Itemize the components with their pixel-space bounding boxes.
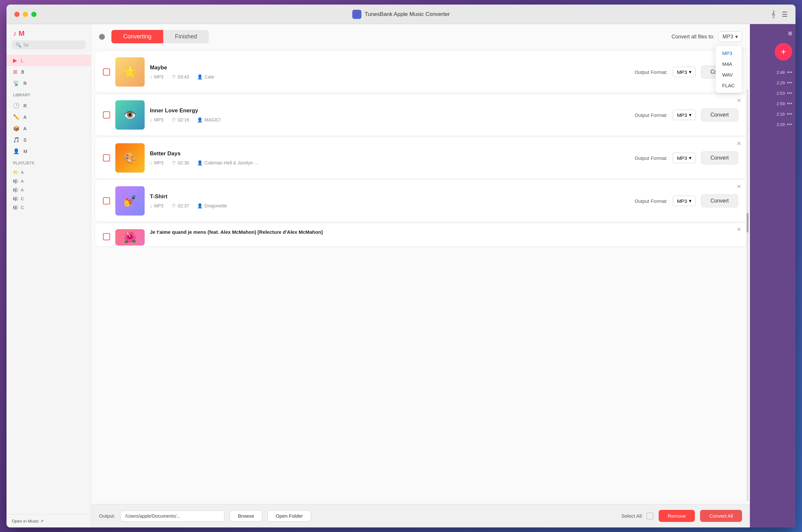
song-format-select-2[interactable]: MP3 ▾ bbox=[673, 110, 696, 120]
open-folder-button[interactable]: Open Folder bbox=[267, 510, 311, 521]
right-track-menu-4[interactable]: ••• bbox=[787, 101, 792, 107]
playlist-label-1: A bbox=[21, 170, 24, 175]
song-format-4: ♩ MP3 bbox=[150, 203, 164, 208]
right-track-4: 2:59 ••• bbox=[753, 101, 792, 107]
close-song-5[interactable]: ✕ bbox=[736, 227, 741, 232]
title-center: 🎵 TunesBank Apple Music Converter bbox=[352, 10, 450, 19]
playlists-section-title: Playlists bbox=[6, 158, 91, 167]
right-track-menu-3[interactable]: ••• bbox=[787, 90, 792, 96]
sidebar-item-browse[interactable]: ⊞ B bbox=[6, 66, 91, 77]
right-track-6: 2:29 ••• bbox=[753, 121, 792, 127]
convert-button-4[interactable]: Convert bbox=[701, 194, 738, 207]
add-to-playlist-button[interactable]: + bbox=[775, 43, 792, 60]
song-checkbox-1[interactable] bbox=[103, 69, 110, 76]
song-checkbox-5[interactable] bbox=[103, 233, 110, 240]
bottom-bar: Output: /Users/apple/Documents/... Brows… bbox=[91, 504, 750, 528]
recently-icon: 🕐 bbox=[13, 102, 20, 109]
thumb-emoji-4: 💅 bbox=[124, 195, 136, 207]
status-dot bbox=[99, 34, 105, 40]
song-checkbox-3[interactable] bbox=[103, 154, 110, 162]
close-song-4[interactable]: ✕ bbox=[736, 184, 741, 189]
close-song-2[interactable]: ✕ bbox=[736, 98, 741, 103]
playlist-item-2[interactable]: 🎼 A bbox=[6, 177, 91, 186]
right-playlist-icon[interactable]: ≡ bbox=[788, 29, 792, 38]
song-format-select-4[interactable]: MP3 ▾ bbox=[673, 196, 696, 206]
song-artist-label-2: MAGIC! bbox=[205, 117, 221, 122]
sidebar-item-recently[interactable]: 🕐 R bbox=[6, 100, 91, 111]
sidebar-search[interactable]: 🔍 Se bbox=[12, 40, 86, 50]
select-all-group: Select All: bbox=[621, 512, 653, 520]
sidebar-header: ♪ M bbox=[6, 24, 91, 40]
close-button[interactable] bbox=[14, 12, 20, 17]
right-track-menu-1[interactable]: ••• bbox=[787, 69, 792, 75]
output-format-label-3: Output Format: bbox=[635, 155, 668, 161]
song-format-label-2: MP3 bbox=[154, 117, 164, 122]
music-note-icon-3: ♩ bbox=[150, 160, 152, 165]
format-option-wav[interactable]: WAV bbox=[716, 69, 742, 80]
convert-button-2[interactable]: Convert bbox=[701, 109, 738, 121]
remove-button[interactable]: Remove bbox=[659, 510, 695, 522]
right-track-menu-2[interactable]: ••• bbox=[787, 80, 792, 86]
song-controls-4: Output Format: MP3 ▾ Convert bbox=[635, 194, 738, 207]
song-list: 🌟 Maybe ♩ MP3 ⏱ 03:43 bbox=[91, 50, 750, 528]
song-format-select-1[interactable]: MP3 ▾ bbox=[673, 67, 696, 77]
open-in-music[interactable]: Open in Music ↗ bbox=[6, 514, 91, 528]
song-format-select-3[interactable]: MP3 ▾ bbox=[673, 153, 696, 163]
right-track-time-6: 2:29 bbox=[777, 122, 785, 127]
playlist-icon[interactable]: 𝄞 bbox=[771, 11, 775, 18]
maximize-button[interactable] bbox=[31, 12, 36, 17]
select-all-checkbox[interactable] bbox=[646, 512, 653, 520]
sidebar-item-albums[interactable]: 📦 A bbox=[6, 123, 91, 134]
song-item-5: 🌺 Je t'aime quand je mens (feat. Alex Mc… bbox=[95, 223, 746, 246]
format-option-m4a[interactable]: M4A bbox=[716, 59, 742, 69]
convert-button-3[interactable]: Convert bbox=[701, 151, 738, 165]
playlist-item-3[interactable]: 🎼 A bbox=[6, 186, 91, 194]
song-output-format-1: MP3 bbox=[677, 69, 687, 75]
close-song-3[interactable]: ✕ bbox=[736, 141, 741, 147]
left-sidebar: ♪ M 🔍 Se ▶ L ⊞ B 📡 R Librar bbox=[6, 24, 91, 528]
format-value: MP3 bbox=[723, 34, 733, 40]
right-track-menu-6[interactable]: ••• bbox=[787, 121, 792, 127]
artists-icon: ✏️ bbox=[13, 114, 20, 120]
tab-finished[interactable]: Finished bbox=[163, 30, 209, 43]
sidebar-item-made-for[interactable]: 👤 M bbox=[6, 146, 91, 157]
sidebar-item-listen[interactable]: ▶ L bbox=[6, 55, 91, 66]
right-track-time-4: 2:59 bbox=[777, 101, 785, 106]
playlist-item-1[interactable]: 📁 A bbox=[6, 168, 91, 177]
playlist-item-5[interactable]: 🎼 C bbox=[6, 203, 91, 212]
song-controls-2: Output Format: MP3 ▾ Convert bbox=[635, 109, 738, 121]
convert-all-button[interactable]: Convert All bbox=[700, 510, 742, 522]
browse-icon: ⊞ bbox=[13, 69, 17, 75]
format-dropdown[interactable]: MP3 ▾ MP3 M4A WAV FLAC bbox=[718, 31, 742, 42]
music-note-icon-2: ♩ bbox=[150, 117, 152, 122]
output-format-label-2: Output Format: bbox=[635, 112, 668, 118]
sidebar-item-songs[interactable]: 🎵 S bbox=[6, 134, 91, 146]
thumb-emoji-2: 👁️ bbox=[124, 109, 136, 121]
right-track-time-5: 2:16 bbox=[777, 112, 785, 117]
scrollbar-thumb[interactable] bbox=[747, 213, 749, 232]
format-option-mp3[interactable]: MP3 bbox=[716, 48, 742, 59]
tab-converting[interactable]: Converting bbox=[111, 30, 163, 43]
sidebar-item-radio[interactable]: 📡 R bbox=[6, 77, 91, 89]
right-track-2: 2:29 ••• bbox=[753, 80, 792, 86]
song-checkbox-2[interactable] bbox=[103, 111, 110, 118]
song-thumbnail-3: 🎨 bbox=[115, 143, 145, 173]
song-checkbox-4[interactable] bbox=[103, 197, 110, 205]
chevron-down-icon: ▾ bbox=[735, 34, 738, 40]
app-icon-symbol: 🎵 bbox=[354, 12, 360, 17]
song-meta-4: ♩ MP3 ⏱ 02:37 👤 Dragonette bbox=[150, 203, 629, 208]
playlist-item-4[interactable]: 🎼 C bbox=[6, 194, 91, 203]
minimize-button[interactable] bbox=[23, 12, 28, 17]
song-format-label-3: MP3 bbox=[154, 160, 164, 165]
tab-group: Converting Finished bbox=[111, 30, 209, 43]
made-for-icon: 👤 bbox=[13, 148, 20, 154]
right-track-menu-5[interactable]: ••• bbox=[787, 111, 792, 117]
output-path: /Users/apple/Documents/... bbox=[120, 511, 224, 521]
song-title-4: T-Shirt bbox=[150, 193, 629, 200]
song-title-3: Better Days bbox=[150, 150, 629, 157]
format-option-flac[interactable]: FLAC bbox=[716, 80, 742, 91]
browse-button[interactable]: Browse bbox=[230, 510, 262, 521]
menu-icon[interactable]: ☰ bbox=[782, 11, 788, 18]
sidebar-item-artists[interactable]: ✏️ A bbox=[6, 111, 91, 123]
sidebar-albums-label: A bbox=[23, 126, 26, 131]
